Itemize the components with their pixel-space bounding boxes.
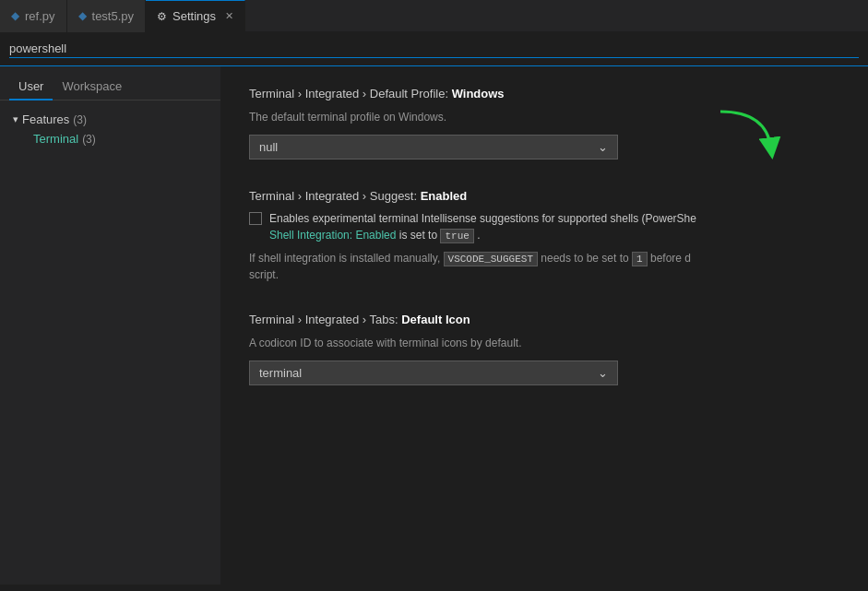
search-bar — [0, 32, 868, 66]
dropdown-value: null — [259, 140, 278, 154]
setting-title-default-profile: Terminal › Integrated › Default Profile:… — [249, 85, 840, 103]
settings-content: Terminal › Integrated › Default Profile:… — [221, 66, 868, 585]
suggest-checkbox-row: Enables experimental terminal Intellisen… — [249, 210, 840, 244]
main-layout: User Workspace ▾ Features (3) Terminal (… — [0, 66, 868, 585]
sidebar-group-features[interactable]: ▾ Features (3) — [0, 110, 220, 129]
sidebar: User Workspace ▾ Features (3) Terminal (… — [0, 66, 221, 585]
true-code: true — [440, 229, 473, 243]
setting-default-profile: Terminal › Integrated › Default Profile:… — [249, 85, 840, 160]
sidebar-section-features: ▾ Features (3) Terminal (3) — [0, 108, 220, 150]
one-code: 1 — [632, 252, 648, 266]
py-icon: ◆ — [11, 9, 19, 22]
tab-label: Settings — [172, 9, 216, 23]
scope-tab-workspace[interactable]: Workspace — [53, 74, 131, 100]
sidebar-leaf-badge: (3) — [82, 133, 96, 146]
settings-icon: ⚙ — [157, 10, 167, 23]
setting-desc-default-profile: The default terminal profile on Windows. — [249, 109, 840, 125]
suggest-extra-desc: If shell integration is installed manual… — [249, 250, 840, 284]
setting-title-suggest: Terminal › Integrated › Suggest: Enabled — [249, 187, 840, 206]
search-input[interactable] — [9, 40, 859, 58]
scope-tabs: User Workspace — [0, 74, 220, 100]
chevron-down-icon: ⌄ — [598, 366, 608, 380]
sidebar-group-label: Features — [22, 112, 69, 126]
setting-tabs-default-icon: Terminal › Integrated › Tabs: Default Ic… — [249, 311, 840, 385]
chevron-down-icon: ▾ — [13, 113, 18, 125]
default-profile-dropdown[interactable]: null ⌄ — [249, 135, 618, 160]
arrow-container: null ⌄ — [249, 135, 840, 160]
tabs-icon-dropdown[interactable]: terminal ⌄ — [249, 361, 618, 385]
sidebar-item-terminal[interactable]: Terminal (3) — [0, 129, 220, 148]
close-icon[interactable]: ✕ — [225, 10, 233, 22]
py-icon: ◆ — [78, 9, 87, 22]
tab-ref-py[interactable]: ◆ ref.py — [0, 0, 67, 32]
sidebar-leaf-label: Terminal — [33, 132, 78, 146]
scope-tab-user[interactable]: User — [9, 74, 53, 100]
dropdown-value: terminal — [259, 366, 302, 380]
suggest-checkbox-text: Enables experimental terminal Intellisen… — [269, 210, 696, 244]
tab-label: ref.py — [25, 9, 55, 23]
setting-title-tabs-icon: Terminal › Integrated › Tabs: Default Ic… — [249, 311, 840, 329]
setting-desc-tabs-icon: A codicon ID to associate with terminal … — [249, 335, 840, 351]
sidebar-group-badge: (3) — [73, 113, 87, 126]
chevron-down-icon: ⌄ — [598, 140, 608, 154]
tab-label: test5.py — [92, 9, 135, 23]
shell-integration-link[interactable]: Shell Integration: Enabled — [269, 229, 396, 242]
suggest-checkbox[interactable] — [249, 212, 262, 225]
tab-settings[interactable]: ⚙ Settings ✕ — [146, 0, 245, 32]
setting-suggest-enabled: Terminal › Integrated › Suggest: Enabled… — [249, 187, 840, 284]
tab-test5-py[interactable]: ◆ test5.py — [67, 0, 147, 32]
vscode-suggest-code: VSCODE_SUGGEST — [444, 252, 538, 266]
tab-bar: ◆ ref.py ◆ test5.py ⚙ Settings ✕ — [0, 0, 868, 32]
